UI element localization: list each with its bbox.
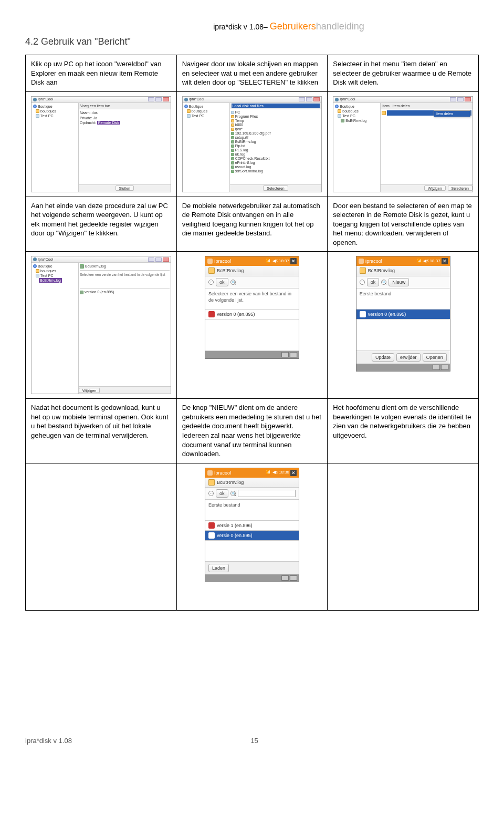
section-title: 4.2 Gebruik van "Bericht" — [25, 36, 479, 47]
zoom-icon[interactable] — [230, 280, 236, 285]
dropdown[interactable] — [238, 490, 296, 497]
empty-cell — [26, 463, 177, 610]
step-2-screenshot: Ipra*Cool Boutique boutiques Test PC Loc… — [176, 91, 328, 197]
close-icon[interactable]: ✕ — [290, 258, 297, 264]
ok-button[interactable]: ok — [216, 278, 228, 286]
delete-button[interactable]: erwijder — [396, 353, 421, 362]
page-header: ipra*disk v 1.08– Gebruikershandleiding — [99, 21, 479, 32]
app-icon — [207, 259, 213, 264]
version-row-0-selected[interactable]: versie 0 (en.895) — [205, 531, 299, 541]
back-icon[interactable] — [360, 280, 365, 285]
item-menu[interactable]: Item — [382, 104, 390, 108]
footer-page-number: 15 — [250, 737, 258, 745]
select-button[interactable]: Selecteren — [448, 185, 472, 191]
close-icon[interactable]: ✕ — [290, 470, 297, 476]
close-icon[interactable]: ✕ — [442, 258, 448, 264]
step-3-screenshot: Ipra*Cool Boutique boutiques Test PC BcB… — [328, 91, 479, 197]
step-6-text: Door een bestand te selecteren of een ma… — [328, 197, 479, 252]
ok-button[interactable]: ok — [367, 278, 380, 286]
step-5-text: De mobiele netwerkgebruiker zal automati… — [176, 197, 328, 252]
update-button[interactable]: Update — [372, 353, 394, 362]
open-button[interactable]: Openen — [423, 353, 447, 362]
step-1-text: Klik op uw PC op het icoon "wereldbol" v… — [26, 55, 177, 92]
select-button[interactable]: Selecteren — [263, 185, 288, 191]
zoom-icon[interactable] — [230, 491, 236, 496]
ok-button[interactable]: ok — [216, 489, 228, 498]
remote-disk-selection[interactable]: Remote Disk — [97, 121, 120, 125]
step-9-text: Het hoofdmenu dient om de verschillende … — [328, 399, 479, 463]
step-6-screenshot: Ipracool📶 ◀€18:37✕ BcBtRmv.log okNieuw E… — [328, 252, 479, 399]
version-prefix: ipra*disk v 1.08– — [213, 23, 268, 31]
step-4-text: Aan het einde van deze procedure zal uw … — [26, 197, 177, 252]
step-1-screenshot: Ipra*Cool Boutique boutiques Test PC Voe… — [26, 91, 177, 197]
version-row[interactable]: version 0 (en.895) — [205, 310, 299, 319]
version-row-1[interactable]: versie 1 (en.896) — [205, 521, 299, 531]
title-word-2: handleiding — [316, 21, 364, 32]
page-footer: ipra*disk v 1.08 15 — [0, 621, 504, 755]
instruction-table: Klik op uw PC op het icoon "wereldbol" v… — [25, 55, 479, 611]
folder-icon — [36, 109, 39, 113]
laden-button[interactable]: Laden — [208, 564, 229, 572]
step-7-text: Nadat het document is gedownload, kunt u… — [26, 399, 177, 463]
version-row-selected[interactable]: version 0 (en.895) — [356, 310, 450, 319]
step-4-screenshot: Ipra*Cool Boutique boutiques Test PC BcB… — [26, 252, 177, 399]
close-button[interactable]: Sluiten — [116, 185, 134, 191]
version-icon — [208, 311, 215, 317]
modify-button[interactable]: Wijzigen — [79, 388, 100, 393]
back-icon[interactable] — [208, 491, 214, 496]
file-icon — [208, 267, 215, 274]
modify-button[interactable]: Wijzigen — [424, 185, 445, 191]
step-8-screenshot: Ipracool📶 ◀€18:38✕ BcBtRmv.log ok Eerste… — [176, 463, 328, 610]
pc-icon — [36, 114, 39, 118]
title-word-1: Gebruikers — [270, 21, 316, 32]
keyboard-icon[interactable] — [281, 352, 289, 357]
globe-icon — [33, 105, 37, 108]
step-2-text: Navigeer door uw lokale schijven en mapp… — [176, 55, 328, 92]
nieuw-button[interactable]: Nieuw — [388, 278, 409, 286]
context-menu[interactable]: Item delen — [434, 110, 470, 117]
empty-cell — [328, 463, 479, 610]
back-icon[interactable] — [208, 280, 214, 285]
zoom-icon[interactable] — [381, 280, 386, 285]
step-8-text: De knop "NIEUW" dient om de andere gebru… — [176, 399, 328, 463]
step-3-text: Selecteer in het menu "item delen" en se… — [328, 55, 479, 92]
step-5-screenshot: Ipracool📶 ◀€18:37✕ BcBtRmv.log ok Select… — [176, 252, 328, 399]
footer-version: ipra*disk v 1.08 — [25, 737, 72, 745]
